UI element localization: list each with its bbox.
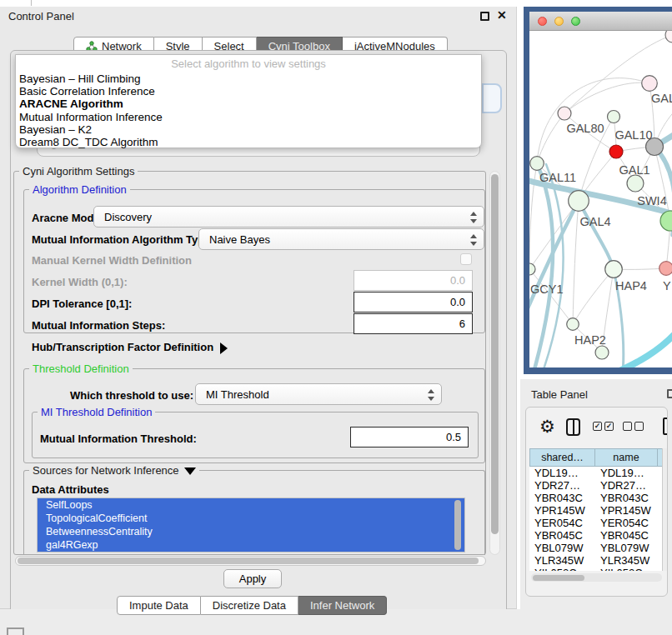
table-row[interactable]: YIL052CYIL052C9. xyxy=(529,567,668,571)
network-node[interactable] xyxy=(609,145,623,158)
tab-label: Discretize Data xyxy=(213,599,286,612)
checkbox-checked-icon[interactable]: ✓ xyxy=(604,422,614,431)
float-panel-icon[interactable] xyxy=(480,12,489,21)
stepper-arrows-icon xyxy=(470,211,477,224)
hub-definition-toggle[interactable]: Hub/Transcription Factor Definition xyxy=(32,341,228,354)
table-row[interactable]: YLR345WYLR345W9. xyxy=(529,554,668,567)
network-node[interactable] xyxy=(659,262,672,276)
which-threshold-combobox[interactable]: MI Threshold xyxy=(195,383,442,405)
algorithm-option[interactable]: Mutual Information Inference xyxy=(18,111,481,123)
network-edge xyxy=(600,327,672,368)
table-vscrollbar[interactable] xyxy=(662,448,668,571)
table-cell: YBR043C xyxy=(529,492,595,504)
zoom-window-icon[interactable] xyxy=(571,17,580,26)
network-window-titlebar[interactable] xyxy=(529,12,672,31)
columns-icon[interactable] xyxy=(566,418,580,436)
node-label: HAP2 xyxy=(574,333,606,347)
network-view-window: GALGAL80GAL10GAL1GAL11SWI4GAL4GCY1HAP4YH… xyxy=(524,7,672,374)
network-node[interactable] xyxy=(567,318,579,331)
network-node[interactable] xyxy=(605,261,623,278)
apply-button[interactable]: Apply xyxy=(223,569,282,588)
column-header[interactable]: shared… xyxy=(529,448,595,467)
table-cell: YBL079W xyxy=(595,542,658,554)
kernel-width-field[interactable]: 0.0 xyxy=(354,270,473,291)
close-icon[interactable]: ✕ xyxy=(497,8,507,22)
minimized-panel-icon[interactable] xyxy=(7,628,24,635)
network-node[interactable] xyxy=(529,263,535,275)
dpi-tolerance-field[interactable]: 0.0 xyxy=(354,292,473,312)
table-cell: YLR345W xyxy=(595,554,658,567)
network-edge xyxy=(579,201,614,269)
attribute-item[interactable]: SelfLoops xyxy=(38,498,464,512)
table-cell: YER054C xyxy=(595,517,658,529)
settings-scrollbar-thumb[interactable] xyxy=(491,174,499,534)
tab-impute-data[interactable]: Impute Data xyxy=(117,596,201,615)
network-node[interactable] xyxy=(569,191,589,212)
column-header[interactable]: name xyxy=(595,448,658,467)
node-label: GCY1 xyxy=(530,282,564,296)
attribute-item[interactable]: TopologicalCoefficient xyxy=(38,512,464,525)
sources-toggle[interactable]: Sources for Network Inference xyxy=(29,464,199,477)
network-edge xyxy=(573,269,614,324)
checkbox-checked-icon[interactable]: ✓ xyxy=(593,422,602,431)
minimize-window-icon[interactable] xyxy=(554,17,564,26)
mi-steps-label: Mutual Information Steps: xyxy=(32,319,165,332)
node-label: GAL80 xyxy=(566,122,604,135)
mi-threshold-group-title: MI Threshold Definition xyxy=(38,406,155,418)
network-edge xyxy=(534,163,553,368)
table-row[interactable]: YBR045CYBR045C9. xyxy=(529,529,668,542)
mi-threshold-field[interactable]: 0.5 xyxy=(350,427,469,448)
table-row[interactable]: YDL19…YDL19…13 xyxy=(529,467,668,479)
list-scrollbar[interactable] xyxy=(454,500,461,550)
network-node[interactable] xyxy=(608,111,620,123)
node-label: GAL4 xyxy=(579,215,610,228)
network-node[interactable] xyxy=(558,107,571,120)
algorithm-option[interactable]: Bayesian – K2 xyxy=(18,123,481,136)
network-canvas[interactable]: GALGAL80GAL10GAL1GAL11SWI4GAL4GCY1HAP4YH… xyxy=(529,31,672,368)
tab-discretize-data[interactable]: Discretize Data xyxy=(201,596,298,615)
combo-fragment xyxy=(482,83,502,113)
stepper-arrows-icon xyxy=(470,233,477,247)
tab-infer-network[interactable]: Infer Network xyxy=(298,596,387,615)
node-label: SWI4 xyxy=(637,194,666,208)
network-node[interactable] xyxy=(660,211,672,231)
algorithm-option[interactable]: Basic Correlation Inference xyxy=(18,85,481,98)
checkbox-unchecked-icon[interactable] xyxy=(634,422,644,431)
network-node[interactable] xyxy=(642,76,658,92)
chevron-right-icon xyxy=(220,342,228,354)
table-cell: YLR345W xyxy=(529,554,595,567)
table-cell: YIL052C xyxy=(529,567,595,571)
network-node[interactable] xyxy=(627,175,644,192)
table-cell: YDR27… xyxy=(595,479,658,492)
settings-hscrollbar-thumb[interactable] xyxy=(18,558,479,564)
table-row[interactable]: YPR145WYPR145W9. xyxy=(529,504,668,517)
network-node[interactable] xyxy=(665,31,672,42)
mi-type-combobox[interactable]: Naive Bayes xyxy=(198,228,484,250)
which-threshold-label: Which threshold to use: xyxy=(70,389,193,402)
mi-steps-field[interactable]: 6 xyxy=(354,313,473,334)
table-cell: YBR045C xyxy=(529,529,595,542)
manual-kernel-checkbox[interactable] xyxy=(460,253,472,265)
table-row[interactable]: YDR27…YDR27…12 xyxy=(529,479,668,492)
table-row[interactable]: YER054CYER054C8. xyxy=(529,517,668,529)
algorithm-dropdown: Select algorithm to view settings Bayesi… xyxy=(15,54,482,148)
table-row[interactable]: YBL079WYBL079W xyxy=(529,542,668,554)
network-node[interactable] xyxy=(530,157,544,171)
algorithm-option[interactable]: ARACNE Algorithm xyxy=(18,98,481,110)
gear-icon[interactable]: ⚙ xyxy=(539,417,555,437)
attribute-item[interactable]: BetweennessCentrality xyxy=(38,525,464,538)
algorithm-option[interactable]: Bayesian – Hill Climbing xyxy=(18,72,481,85)
panel-gap xyxy=(517,0,524,379)
table-panel-title: Table Panel xyxy=(531,388,588,401)
attribute-item[interactable]: gal4RGexp xyxy=(38,538,464,552)
algorithm-option[interactable]: Dream8 DC_TDC Algorithm xyxy=(18,136,481,148)
document-icon[interactable] xyxy=(663,418,668,435)
table-panel-float-icon[interactable] xyxy=(667,389,672,398)
aracne-mode-combobox[interactable]: Discovery xyxy=(93,206,484,228)
table-hscrollbar-thumb[interactable] xyxy=(533,575,584,581)
checkbox-unchecked-icon[interactable] xyxy=(623,422,632,431)
table-row[interactable]: YBR043CYBR043C xyxy=(529,492,668,504)
table-hscrollbar[interactable] xyxy=(531,573,662,582)
network-node[interactable] xyxy=(595,346,609,359)
close-window-icon[interactable] xyxy=(538,17,547,26)
